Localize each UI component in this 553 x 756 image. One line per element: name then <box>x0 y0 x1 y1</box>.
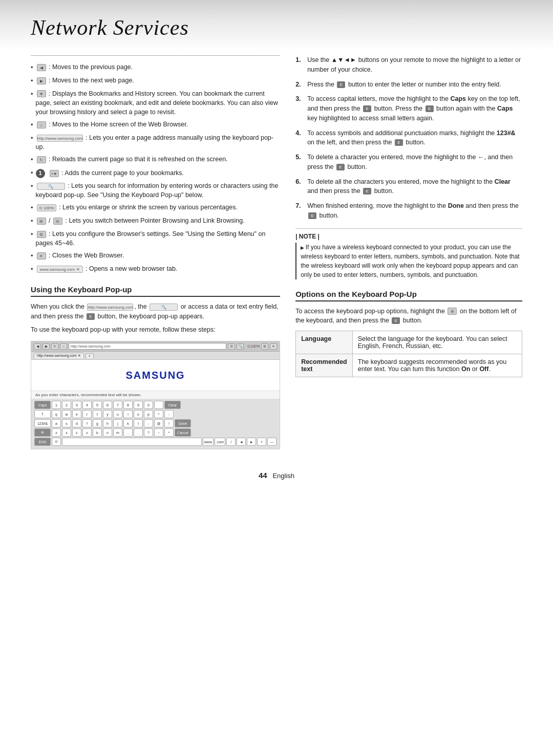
zoom-icon: ⊙ 100% <box>37 204 56 211</box>
option-value: Select the language for the keyboard. Yo… <box>352 331 522 354</box>
enter-button-icon: E <box>87 313 95 320</box>
kb-key: 7 <box>113 401 122 409</box>
bullet-dot: • <box>31 63 33 73</box>
kb-url-bar: http://www.samsung.com <box>69 343 226 350</box>
kb-key: 2 <box>62 401 71 409</box>
kb-key: ► <box>247 438 256 446</box>
kb-tab: http://www.samsung.com ✕ <box>34 353 84 358</box>
page-footer: 44 English <box>0 456 553 490</box>
kb-key: a <box>52 419 61 427</box>
bullet-dot: • <box>31 90 33 99</box>
close-browser-icon: ✕ <box>37 252 46 260</box>
list-item: • ↻ : Reloads the current page so that i… <box>31 153 280 166</box>
back-icon: ◀ <box>37 64 46 71</box>
url-bar-icon: http://www.samsung.com <box>37 135 83 142</box>
kb-key: p <box>144 410 153 418</box>
kb-key: ? <box>144 428 153 437</box>
new-tab-icon: www.samsung.com ✕ <box>37 266 83 273</box>
kb-hint: As you enter characters, recommended tex… <box>31 391 280 399</box>
kb-key: h <box>103 419 112 427</box>
kb-caps-key: Caps <box>34 401 51 409</box>
search-bar-icon: 🔍 <box>37 183 65 190</box>
kb-back-btn: ◀ <box>34 343 41 350</box>
kb-done-key: Done <box>175 419 191 427</box>
kb-key: . <box>134 428 143 437</box>
step-5: 5. To delete a character you entered, mo… <box>295 153 522 172</box>
step-1: 1. Use the ▲▼◄► buttons on your remote t… <box>295 55 522 75</box>
kb-key: 3 <box>72 401 81 409</box>
samsung-logo: SAMSUNG <box>125 370 185 381</box>
kb-row-1: Caps 1 2 3 4 5 6 7 8 9 0 Clear <box>34 401 276 409</box>
kb-key: n <box>103 428 112 437</box>
kb-key: s <box>62 419 71 427</box>
kb-key: .com <box>215 438 225 446</box>
bullet-section: • ◀ : Moves to the previous page. • ▶ : … <box>31 55 280 276</box>
list-item: • ⊙ 100% : Lets you enlarge or shrink th… <box>31 201 280 214</box>
list-item: • http://www.samsung.com : Lets you ente… <box>31 132 280 153</box>
page-number: 44 <box>259 471 267 480</box>
kb-row-4: ⊕ z x c v b n m , . ? ~ ^ Cancel <box>34 428 276 437</box>
list-item: • ▶ : Moves to the next web page. <box>31 74 280 88</box>
kb-key: o <box>134 410 143 418</box>
kb-fwd-btn: ▶ <box>42 343 50 350</box>
kb-key: — <box>267 438 276 446</box>
options-intro: To access the keyboard pop-up options, h… <box>295 307 522 326</box>
left-column: • ◀ : Moves to the previous page. • ▶ : … <box>31 55 280 456</box>
bullet-dot: • <box>31 155 33 165</box>
kb-toolbar: ◀ ▶ ↻ ⌂ http://www.samsung.com ☰ 🔍 ⊙100%… <box>31 341 280 352</box>
step-text: To access symbols and additional punctua… <box>307 128 522 148</box>
bookmark-icon: ★ <box>37 90 46 97</box>
kb-key: x <box>62 428 71 437</box>
item-text: : Moves to the next web page. <box>49 77 134 84</box>
option-label: Language <box>296 331 353 354</box>
link-icon: ⊟ <box>53 218 62 225</box>
kb-key: ◄ <box>237 438 246 446</box>
kb-lang-key: ENG <box>34 438 51 446</box>
step-text: To delete a character you entered, move … <box>307 153 522 172</box>
kb-key: ! <box>164 419 174 427</box>
keyboard-popup-section: Using the Keyboard Pop-up When you click… <box>31 285 280 449</box>
kb-key: f <box>82 419 92 427</box>
kb-home-btn: ⌂ <box>60 343 67 350</box>
bullet-dot: • <box>31 251 33 261</box>
step-number: 5. <box>295 153 303 172</box>
item-text: : Moves to the previous page. <box>49 63 133 71</box>
keyboard-mockup: ◀ ▶ ↻ ⌂ http://www.samsung.com ☰ 🔍 ⊙100%… <box>31 341 280 449</box>
kb-key: e <box>72 410 81 418</box>
list-item: • ✕ : Closes the Web Browser. <box>31 249 280 263</box>
kb-key: ⊙ <box>52 438 61 446</box>
list-item: • ◀ : Moves to the previous page. <box>31 61 280 74</box>
kb-key: y <box>103 410 112 418</box>
enter-icon: E <box>363 188 371 195</box>
kb-reload-btn: ↻ <box>51 343 58 350</box>
step-number: 7. <box>295 201 303 221</box>
kb-key: - <box>164 410 174 418</box>
item-text: : Adds the current page to your bookmark… <box>61 169 184 177</box>
search-icon: 🔍 <box>150 304 178 311</box>
kb-clear-key: Clear <box>164 401 181 409</box>
main-content: • ◀ : Moves to the previous page. • ▶ : … <box>0 55 553 456</box>
page-header: Network Services <box>0 0 553 50</box>
list-item: • ⌂ : Moves to the Home screen of the We… <box>31 118 280 132</box>
list-item: • ⚙ : Lets you configure the Browser's s… <box>31 228 280 249</box>
bullet-dot: • <box>31 217 33 226</box>
options-row-language: Language Select the language for the key… <box>296 331 522 354</box>
kb-key: 0 <box>144 401 153 409</box>
kb-key: g <box>93 419 102 427</box>
kb-key: , <box>123 428 133 437</box>
kb-settings-btn: ☰ <box>228 343 235 350</box>
kb-key: 4 <box>82 401 92 409</box>
feature-list: • ◀ : Moves to the previous page. • ▶ : … <box>31 61 280 276</box>
note-box: | NOTE | If you have a wireless keyboard… <box>295 228 522 279</box>
enter-icon: E <box>395 139 403 146</box>
kb-key: k <box>123 419 133 427</box>
step-number: 4. <box>295 128 303 148</box>
kb-key: t <box>93 410 102 418</box>
kb-close-btn: ✕ <box>270 343 277 350</box>
item-text: : Moves to the Home screen of the Web Br… <box>49 121 188 128</box>
kb-key: q <box>52 410 61 418</box>
item-text: : Closes the Web Browser. <box>49 252 124 259</box>
step-text: Use the ▲▼◄► buttons on your remote to m… <box>307 55 522 75</box>
kb-key: r <box>82 410 92 418</box>
enter-icon: E <box>337 81 345 88</box>
